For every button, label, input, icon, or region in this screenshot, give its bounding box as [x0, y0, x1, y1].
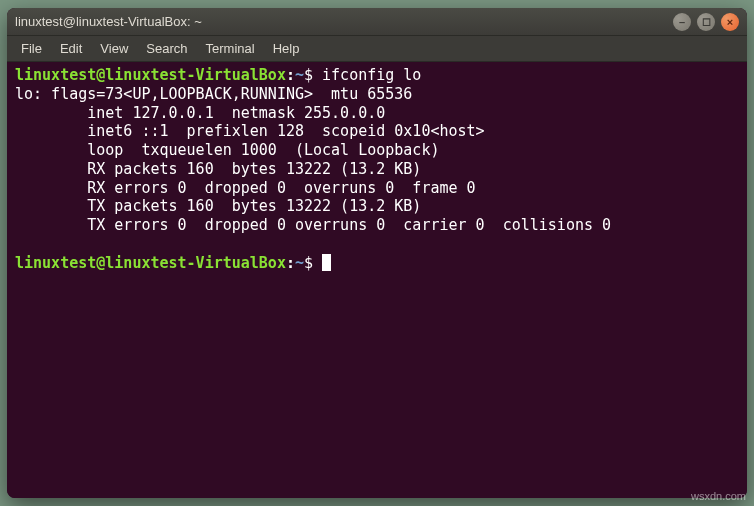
prompt-colon: : [286, 66, 295, 84]
menu-edit[interactable]: Edit [52, 38, 90, 59]
output-line: RX packets 160 bytes 13222 (13.2 KB) [15, 160, 421, 178]
menu-file[interactable]: File [13, 38, 50, 59]
output-line: TX packets 160 bytes 13222 (13.2 KB) [15, 197, 421, 215]
close-button[interactable]: × [721, 13, 739, 31]
output-line: RX errors 0 dropped 0 overruns 0 frame 0 [15, 179, 476, 197]
output-line: lo: flags=73<UP,LOOPBACK,RUNNING> mtu 65… [15, 85, 412, 103]
prompt-userhost: linuxtest@linuxtest-VirtualBox [15, 254, 286, 272]
menu-search[interactable]: Search [138, 38, 195, 59]
window-controls: – ◻ × [673, 13, 739, 31]
output-line: inet 127.0.0.1 netmask 255.0.0.0 [15, 104, 385, 122]
menubar: File Edit View Search Terminal Help [7, 36, 747, 62]
prompt-colon: : [286, 254, 295, 272]
watermark: wsxdn.com [691, 490, 746, 502]
terminal-window: linuxtest@linuxtest-VirtualBox: ~ – ◻ × … [7, 8, 747, 498]
output-line: loop txqueuelen 1000 (Local Loopback) [15, 141, 439, 159]
menu-terminal[interactable]: Terminal [198, 38, 263, 59]
prompt-dollar: $ [304, 254, 313, 272]
window-title: linuxtest@linuxtest-VirtualBox: ~ [15, 14, 673, 29]
minimize-button[interactable]: – [673, 13, 691, 31]
terminal-body[interactable]: linuxtest@linuxtest-VirtualBox:~$ ifconf… [7, 62, 747, 498]
cursor [322, 254, 331, 271]
output-line: inet6 ::1 prefixlen 128 scopeid 0x10<hos… [15, 122, 485, 140]
command-text: ifconfig lo [322, 66, 421, 84]
titlebar[interactable]: linuxtest@linuxtest-VirtualBox: ~ – ◻ × [7, 8, 747, 36]
prompt-dollar: $ [304, 66, 313, 84]
prompt-path: ~ [295, 254, 304, 272]
maximize-button[interactable]: ◻ [697, 13, 715, 31]
menu-help[interactable]: Help [265, 38, 308, 59]
output-line: TX errors 0 dropped 0 overruns 0 carrier… [15, 216, 611, 234]
menu-view[interactable]: View [92, 38, 136, 59]
prompt-userhost: linuxtest@linuxtest-VirtualBox [15, 66, 286, 84]
prompt-path: ~ [295, 66, 304, 84]
